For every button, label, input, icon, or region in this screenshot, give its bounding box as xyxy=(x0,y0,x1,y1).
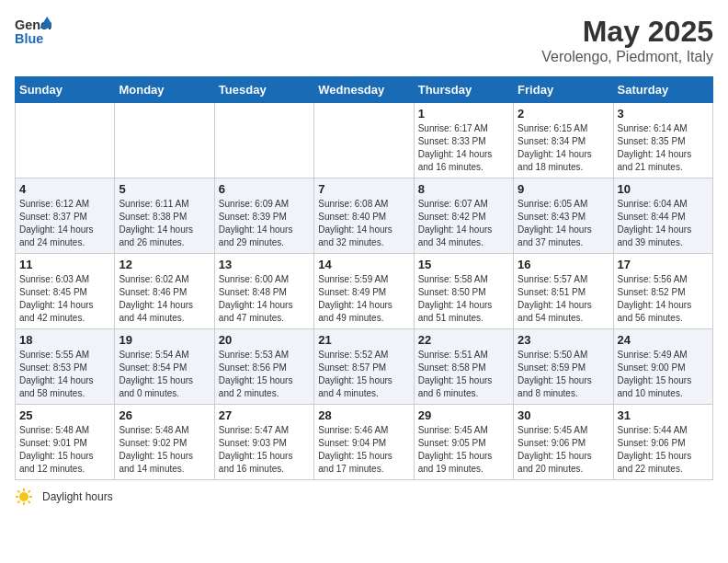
calendar-cell: 3Sunrise: 6:14 AM Sunset: 8:35 PM Daylig… xyxy=(613,103,712,178)
calendar-cell: 8Sunrise: 6:07 AM Sunset: 8:42 PM Daylig… xyxy=(414,178,513,254)
calendar-cell: 9Sunrise: 6:05 AM Sunset: 8:43 PM Daylig… xyxy=(514,178,613,254)
day-number: 24 xyxy=(618,333,709,347)
calendar-cell: 1Sunrise: 6:17 AM Sunset: 8:33 PM Daylig… xyxy=(414,103,513,178)
svg-line-11 xyxy=(17,501,19,503)
day-number: 11 xyxy=(19,258,110,271)
calendar-cell: 4Sunrise: 6:12 AM Sunset: 8:37 PM Daylig… xyxy=(16,178,115,254)
weekday-header: Monday xyxy=(115,77,214,103)
day-info: Sunrise: 6:11 AM Sunset: 8:38 PM Dayligh… xyxy=(119,198,210,249)
weekday-header: Friday xyxy=(514,77,613,103)
calendar-cell: 15Sunrise: 5:58 AM Sunset: 8:50 PM Dayli… xyxy=(414,254,513,329)
day-info: Sunrise: 5:55 AM Sunset: 8:53 PM Dayligh… xyxy=(19,349,110,400)
day-info: Sunrise: 6:14 AM Sunset: 8:35 PM Dayligh… xyxy=(618,122,709,174)
calendar-cell: 10Sunrise: 6:04 AM Sunset: 8:44 PM Dayli… xyxy=(613,178,712,254)
day-number: 1 xyxy=(418,107,509,121)
day-number: 19 xyxy=(119,333,210,347)
day-number: 12 xyxy=(119,258,210,271)
calendar-week-row: 4Sunrise: 6:12 AM Sunset: 8:37 PM Daylig… xyxy=(16,178,713,254)
svg-line-9 xyxy=(28,501,30,503)
day-number: 26 xyxy=(119,408,210,422)
calendar-week-row: 25Sunrise: 5:48 AM Sunset: 9:01 PM Dayli… xyxy=(16,405,713,480)
day-number: 17 xyxy=(618,258,709,271)
calendar-cell: 14Sunrise: 5:59 AM Sunset: 8:49 PM Dayli… xyxy=(314,254,414,329)
calendar-cell: 31Sunrise: 5:44 AM Sunset: 9:06 PM Dayli… xyxy=(613,405,712,480)
day-number: 4 xyxy=(19,182,110,196)
calendar-cell: 13Sunrise: 6:00 AM Sunset: 8:48 PM Dayli… xyxy=(214,254,313,329)
day-info: Sunrise: 5:54 AM Sunset: 8:54 PM Dayligh… xyxy=(119,349,210,400)
day-number: 21 xyxy=(318,333,409,347)
svg-point-3 xyxy=(19,492,28,501)
day-number: 3 xyxy=(618,107,709,121)
calendar-cell: 26Sunrise: 5:48 AM Sunset: 9:02 PM Dayli… xyxy=(115,405,214,480)
calendar-cell: 7Sunrise: 6:08 AM Sunset: 8:40 PM Daylig… xyxy=(314,178,414,254)
day-info: Sunrise: 6:15 AM Sunset: 8:34 PM Dayligh… xyxy=(518,122,609,174)
day-number: 18 xyxy=(19,333,110,347)
day-number: 25 xyxy=(19,408,110,422)
sun-icon xyxy=(15,488,33,506)
day-number: 10 xyxy=(618,182,709,196)
day-info: Sunrise: 6:05 AM Sunset: 8:43 PM Dayligh… xyxy=(518,198,609,249)
day-info: Sunrise: 5:53 AM Sunset: 8:56 PM Dayligh… xyxy=(219,349,310,400)
calendar-cell: 12Sunrise: 6:02 AM Sunset: 8:46 PM Dayli… xyxy=(115,254,214,329)
day-number: 27 xyxy=(219,408,310,422)
day-number: 5 xyxy=(119,182,210,196)
day-info: Sunrise: 5:59 AM Sunset: 8:49 PM Dayligh… xyxy=(318,273,409,325)
page-header: General Blue May 2025 Verolengo, Piedmon… xyxy=(15,15,713,65)
calendar-cell: 30Sunrise: 5:45 AM Sunset: 9:06 PM Dayli… xyxy=(514,405,613,480)
weekday-header: Wednesday xyxy=(314,77,414,103)
day-info: Sunrise: 5:48 AM Sunset: 9:02 PM Dayligh… xyxy=(119,424,210,476)
day-info: Sunrise: 6:09 AM Sunset: 8:39 PM Dayligh… xyxy=(219,198,310,249)
calendar-cell xyxy=(214,103,313,178)
day-number: 13 xyxy=(219,258,310,271)
calendar-cell: 21Sunrise: 5:52 AM Sunset: 8:57 PM Dayli… xyxy=(314,329,414,405)
calendar-cell: 25Sunrise: 5:48 AM Sunset: 9:01 PM Dayli… xyxy=(16,405,115,480)
footer-label: Daylight hours xyxy=(42,490,113,503)
day-number: 29 xyxy=(418,408,509,422)
calendar-cell: 29Sunrise: 5:45 AM Sunset: 9:05 PM Dayli… xyxy=(414,405,513,480)
day-number: 22 xyxy=(418,333,509,347)
weekday-header: Thursday xyxy=(414,77,513,103)
day-info: Sunrise: 5:52 AM Sunset: 8:57 PM Dayligh… xyxy=(318,349,409,400)
day-info: Sunrise: 5:48 AM Sunset: 9:01 PM Dayligh… xyxy=(19,424,110,476)
day-info: Sunrise: 6:17 AM Sunset: 8:33 PM Dayligh… xyxy=(418,122,509,174)
day-info: Sunrise: 5:57 AM Sunset: 8:51 PM Dayligh… xyxy=(518,273,609,325)
calendar-cell: 16Sunrise: 5:57 AM Sunset: 8:51 PM Dayli… xyxy=(514,254,613,329)
calendar-footer: Daylight hours xyxy=(15,488,713,506)
day-info: Sunrise: 5:50 AM Sunset: 8:59 PM Dayligh… xyxy=(518,349,609,400)
calendar-cell: 2Sunrise: 6:15 AM Sunset: 8:34 PM Daylig… xyxy=(514,103,613,178)
day-number: 16 xyxy=(518,258,609,271)
calendar-cell xyxy=(314,103,414,178)
day-info: Sunrise: 6:04 AM Sunset: 8:44 PM Dayligh… xyxy=(618,198,709,249)
page-subtitle: Verolengo, Piedmont, Italy xyxy=(541,49,713,65)
day-info: Sunrise: 6:12 AM Sunset: 8:37 PM Dayligh… xyxy=(19,198,110,249)
calendar-cell: 6Sunrise: 6:09 AM Sunset: 8:39 PM Daylig… xyxy=(214,178,313,254)
day-info: Sunrise: 5:44 AM Sunset: 9:06 PM Dayligh… xyxy=(618,424,709,476)
weekday-header: Sunday xyxy=(16,77,115,103)
day-info: Sunrise: 5:49 AM Sunset: 9:00 PM Dayligh… xyxy=(618,349,709,400)
day-number: 28 xyxy=(318,408,409,422)
day-number: 15 xyxy=(418,258,509,271)
svg-line-8 xyxy=(17,490,19,492)
calendar-week-row: 1Sunrise: 6:17 AM Sunset: 8:33 PM Daylig… xyxy=(16,103,713,178)
calendar-cell: 17Sunrise: 5:56 AM Sunset: 8:52 PM Dayli… xyxy=(613,254,712,329)
calendar-cell: 23Sunrise: 5:50 AM Sunset: 8:59 PM Dayli… xyxy=(514,329,613,405)
day-number: 6 xyxy=(219,182,310,196)
day-info: Sunrise: 6:00 AM Sunset: 8:48 PM Dayligh… xyxy=(219,273,310,325)
day-info: Sunrise: 6:02 AM Sunset: 8:46 PM Dayligh… xyxy=(119,273,210,325)
day-number: 7 xyxy=(318,182,409,196)
calendar-cell: 5Sunrise: 6:11 AM Sunset: 8:38 PM Daylig… xyxy=(115,178,214,254)
day-number: 9 xyxy=(518,182,609,196)
calendar-cell: 11Sunrise: 6:03 AM Sunset: 8:45 PM Dayli… xyxy=(16,254,115,329)
svg-text:Blue: Blue xyxy=(15,31,43,46)
day-number: 31 xyxy=(618,408,709,422)
calendar-cell: 24Sunrise: 5:49 AM Sunset: 9:00 PM Dayli… xyxy=(613,329,712,405)
calendar-cell: 28Sunrise: 5:46 AM Sunset: 9:04 PM Dayli… xyxy=(314,405,414,480)
svg-line-10 xyxy=(28,490,30,492)
day-info: Sunrise: 6:03 AM Sunset: 8:45 PM Dayligh… xyxy=(19,273,110,325)
calendar-cell: 22Sunrise: 5:51 AM Sunset: 8:58 PM Dayli… xyxy=(414,329,513,405)
day-info: Sunrise: 5:47 AM Sunset: 9:03 PM Dayligh… xyxy=(219,424,310,476)
day-info: Sunrise: 5:56 AM Sunset: 8:52 PM Dayligh… xyxy=(618,273,709,325)
day-number: 8 xyxy=(418,182,509,196)
calendar-week-row: 11Sunrise: 6:03 AM Sunset: 8:45 PM Dayli… xyxy=(16,254,713,329)
calendar-cell: 20Sunrise: 5:53 AM Sunset: 8:56 PM Dayli… xyxy=(214,329,313,405)
